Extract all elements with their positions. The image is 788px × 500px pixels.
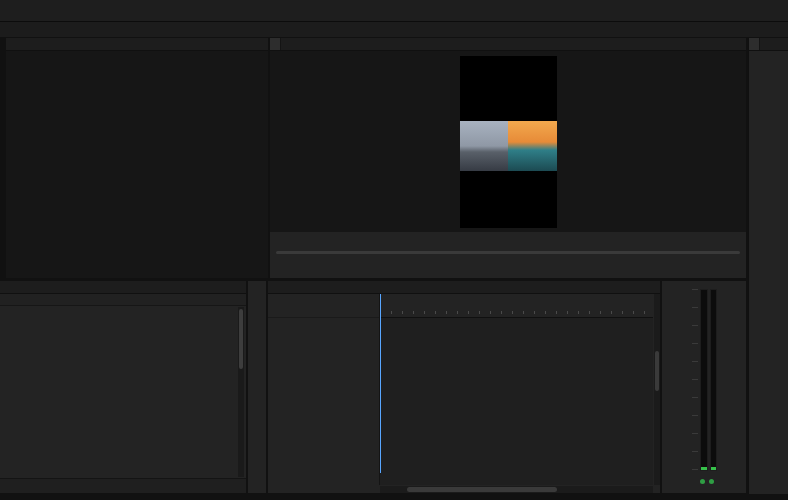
timeline-left-column xyxy=(268,294,380,485)
timeline-right-column xyxy=(380,294,653,485)
timeline-timecode[interactable] xyxy=(268,294,379,306)
meter-right-channel xyxy=(710,289,718,471)
project-scrollbar-thumb[interactable] xyxy=(239,309,243,369)
timeline-toolbar xyxy=(268,306,379,318)
timeline-hscroll-thumb[interactable] xyxy=(407,487,557,492)
meter-left-channel xyxy=(700,289,708,471)
video-thumbnail-right xyxy=(508,121,557,171)
track-headers xyxy=(268,318,379,473)
project-panel-tabs xyxy=(0,281,246,294)
scrubber-track[interactable] xyxy=(276,251,740,254)
project-panel xyxy=(0,281,246,493)
timeline-clip-area[interactable] xyxy=(380,318,653,473)
timeline-vscroll-thumb[interactable] xyxy=(655,351,659,391)
project-toolbar xyxy=(0,478,246,493)
effects-panel xyxy=(748,38,788,494)
tools-panel xyxy=(248,281,266,493)
audio-meters xyxy=(700,289,717,471)
program-tab[interactable] xyxy=(270,38,281,50)
program-info-bar xyxy=(270,234,746,248)
program-monitor-body xyxy=(270,51,746,232)
playhead[interactable] xyxy=(380,294,381,473)
workspace-bar xyxy=(0,22,788,37)
ruler-ticks xyxy=(380,311,653,314)
meter-level xyxy=(711,467,717,470)
program-video-frame xyxy=(460,56,557,228)
source-panel-tabs xyxy=(6,38,268,51)
clip-indicator xyxy=(701,290,707,297)
title-bar xyxy=(0,0,788,10)
panel-menu-icon[interactable] xyxy=(738,38,746,50)
project-items-grid xyxy=(2,307,236,477)
video-thumbnail-left xyxy=(460,121,509,171)
program-panel-header xyxy=(270,38,746,51)
timeline-body xyxy=(268,294,653,485)
project-count-row xyxy=(0,294,246,306)
meter-level xyxy=(701,467,707,470)
program-scrubber[interactable] xyxy=(276,248,740,256)
timeline-horizontal-scrollbar[interactable] xyxy=(380,486,653,493)
timeline-panel xyxy=(268,281,660,493)
timeline-vertical-scrollbar[interactable] xyxy=(654,294,660,485)
render-bar xyxy=(380,315,653,317)
premiere-app-window xyxy=(0,0,788,500)
clip-indicator xyxy=(711,290,717,297)
meter-foot-indicators xyxy=(700,479,714,484)
effects-panel-header xyxy=(749,38,788,51)
sequence-tabs xyxy=(268,281,660,294)
scrubber-playhead[interactable] xyxy=(462,248,467,256)
timeline-ruler[interactable] xyxy=(380,294,653,318)
program-monitor-panel xyxy=(270,38,746,278)
source-monitor-body xyxy=(6,51,268,278)
meter-scale xyxy=(692,289,698,471)
audio-meter-panel xyxy=(662,281,746,493)
effects-tab[interactable] xyxy=(749,38,760,50)
project-scrollbar[interactable] xyxy=(238,307,244,477)
menu-bar xyxy=(0,10,788,22)
source-monitor-panel xyxy=(6,38,268,278)
transport-controls xyxy=(270,258,746,276)
video-thumbnails xyxy=(460,121,557,171)
